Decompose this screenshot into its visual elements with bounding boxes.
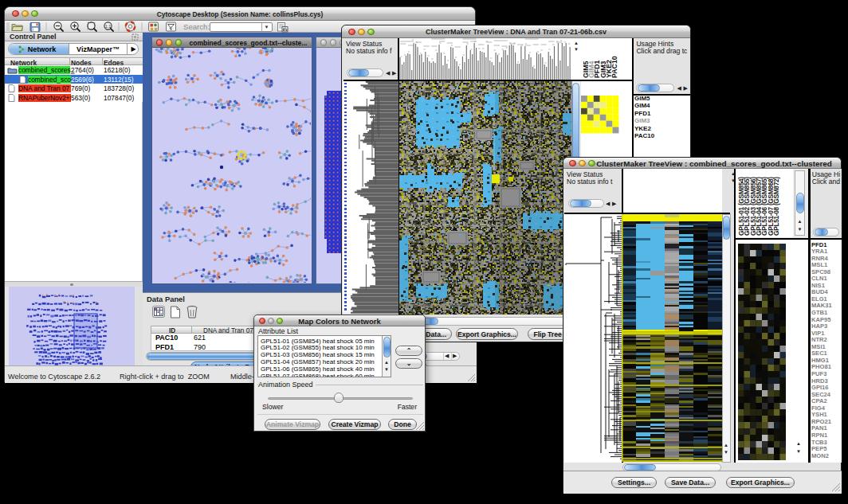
svg-text:1:1: 1:1	[105, 24, 112, 29]
